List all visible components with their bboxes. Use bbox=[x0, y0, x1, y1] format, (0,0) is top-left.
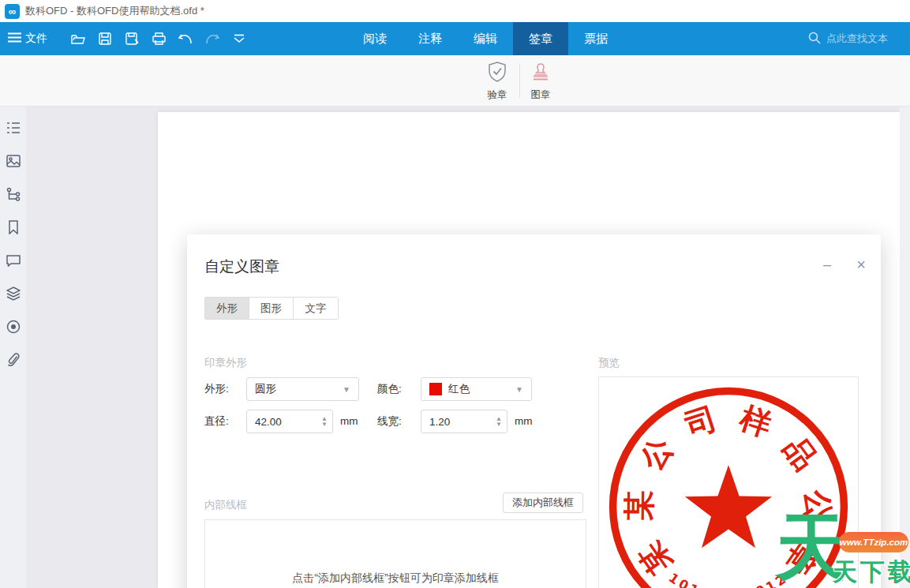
stamp-label: 图章 bbox=[531, 88, 551, 102]
linewidth-unit: mm bbox=[515, 410, 533, 433]
main-toolbar: 文件 阅读 注释 bbox=[0, 22, 910, 55]
title-bar: ∞ 数科OFD - 数科OFD使用帮助文档.ofd * bbox=[0, 0, 910, 22]
ribbon: 验章 图章 bbox=[0, 55, 910, 107]
shape-select-value: 圆形 bbox=[255, 382, 276, 396]
app-logo-icon: ∞ bbox=[5, 4, 20, 19]
linewidth-value: 1.20 bbox=[429, 416, 450, 428]
diameter-unit: mm bbox=[340, 410, 358, 433]
undo-icon bbox=[178, 33, 193, 44]
side-panel bbox=[0, 107, 26, 588]
add-inner-frame-button[interactable]: 添加内部线框 bbox=[503, 492, 583, 513]
window-title: 数科OFD - 数科OFD使用帮助文档.ofd * bbox=[25, 4, 204, 18]
vertical-scrollbar[interactable] bbox=[900, 107, 910, 588]
stamp-star bbox=[685, 465, 772, 548]
shield-check-icon bbox=[488, 62, 507, 85]
save-as-button[interactable] bbox=[118, 22, 145, 55]
collapse-toolbar-button[interactable] bbox=[226, 22, 253, 55]
save-button[interactable] bbox=[92, 22, 118, 55]
stamp-button[interactable]: 图章 bbox=[519, 62, 563, 102]
thumbnails-icon[interactable] bbox=[6, 154, 21, 168]
chevron-down-icon: ▼ bbox=[343, 385, 350, 394]
svg-text:司: 司 bbox=[680, 399, 721, 444]
search-box[interactable]: 点此查找文本 bbox=[808, 22, 888, 55]
redo-icon bbox=[205, 33, 219, 44]
linewidth-field-label: 线宽: bbox=[377, 410, 402, 433]
structure-tree-icon[interactable] bbox=[6, 187, 21, 201]
save-as-icon bbox=[125, 32, 139, 45]
outline-icon[interactable] bbox=[6, 121, 21, 135]
stamp-shape-section-label: 印章外形 bbox=[204, 356, 247, 370]
spinner-arrows-icon[interactable]: ▲▼ bbox=[316, 410, 332, 433]
redo-button[interactable] bbox=[199, 22, 226, 55]
color-swatch bbox=[429, 383, 442, 395]
toolbar-tabs: 阅读 注释 编辑 签章 票据 bbox=[347, 22, 624, 55]
tab-edit[interactable]: 编辑 bbox=[458, 22, 513, 55]
dialog-minimize-button[interactable]: – bbox=[818, 257, 836, 274]
svg-text:某: 某 bbox=[620, 490, 657, 522]
color-select-value: 红色 bbox=[448, 382, 470, 396]
chevron-double-down-icon bbox=[233, 34, 245, 43]
diameter-input[interactable]: 42.00 ▲▼ bbox=[246, 410, 333, 433]
tab-invoice[interactable]: 票据 bbox=[568, 22, 624, 55]
preview-section-label: 预览 bbox=[598, 356, 620, 370]
layers-icon[interactable] bbox=[6, 287, 21, 301]
dialog-tab-graphic[interactable]: 图形 bbox=[249, 298, 294, 319]
document-area: 自定义图章 – × 外形 图形 文字 印章外形 外形: 圆形 ▼ 颜色: 红色 … bbox=[0, 107, 910, 588]
inner-frame-section-label: 内部线框 bbox=[204, 498, 247, 512]
dialog-title: 自定义图章 bbox=[204, 257, 279, 277]
svg-text:样: 样 bbox=[734, 399, 776, 443]
tab-annotate[interactable]: 注释 bbox=[403, 22, 458, 55]
undo-button[interactable] bbox=[172, 22, 199, 55]
folder-open-icon bbox=[71, 33, 85, 45]
file-menu-label: 文件 bbox=[25, 32, 47, 46]
bookmark-icon[interactable] bbox=[6, 220, 21, 234]
color-select[interactable]: 红色 ▼ bbox=[421, 377, 532, 401]
dialog-close-button[interactable]: × bbox=[852, 255, 871, 274]
color-field-label: 颜色: bbox=[377, 377, 402, 401]
stamp-preview-image: 某 某 公 司 样 品 公 章 1101010000123 bbox=[604, 382, 853, 588]
diameter-field-label: 直径: bbox=[204, 410, 229, 433]
inner-frame-empty-box: 点击“添加内部线框”按钮可为印章添加线框 bbox=[204, 519, 586, 588]
stamp-icon bbox=[530, 62, 551, 85]
verify-stamp-button[interactable]: 验章 bbox=[475, 62, 519, 102]
spinner-arrows-icon[interactable]: ▲▼ bbox=[491, 410, 507, 433]
chevron-down-icon: ▼ bbox=[515, 385, 523, 394]
attachment-icon[interactable] bbox=[6, 353, 21, 367]
signature-seal-icon[interactable] bbox=[6, 320, 21, 334]
svg-text:公: 公 bbox=[800, 489, 837, 522]
print-icon bbox=[152, 32, 166, 45]
custom-stamp-dialog: 自定义图章 – × 外形 图形 文字 印章外形 外形: 圆形 ▼ 颜色: 红色 … bbox=[187, 234, 881, 588]
shape-select[interactable]: 圆形 ▼ bbox=[246, 377, 359, 401]
hamburger-icon bbox=[8, 32, 21, 45]
search-placeholder: 点此查找文本 bbox=[826, 32, 888, 46]
dialog-tab-text[interactable]: 文字 bbox=[294, 298, 338, 319]
dialog-tab-shape[interactable]: 外形 bbox=[205, 298, 249, 319]
inner-frame-hint: 点击“添加内部线框”按钮可为印章添加线框 bbox=[292, 571, 498, 586]
open-file-button[interactable] bbox=[65, 22, 92, 55]
comment-icon[interactable] bbox=[6, 253, 21, 268]
diameter-value: 42.00 bbox=[255, 416, 282, 428]
save-icon bbox=[99, 32, 111, 45]
stamp-preview-box: 某 某 公 司 样 品 公 章 1101010000123 bbox=[598, 376, 859, 588]
print-button[interactable] bbox=[145, 22, 172, 55]
verify-stamp-label: 验章 bbox=[488, 88, 507, 102]
linewidth-input[interactable]: 1.20 ▲▼ bbox=[421, 410, 507, 433]
tab-read[interactable]: 阅读 bbox=[347, 22, 403, 55]
tab-signature[interactable]: 签章 bbox=[513, 22, 568, 55]
file-menu-button[interactable]: 文件 bbox=[8, 32, 47, 46]
shape-field-label: 外形: bbox=[204, 377, 229, 401]
dialog-tabs: 外形 图形 文字 bbox=[204, 297, 339, 320]
search-icon bbox=[808, 32, 821, 47]
